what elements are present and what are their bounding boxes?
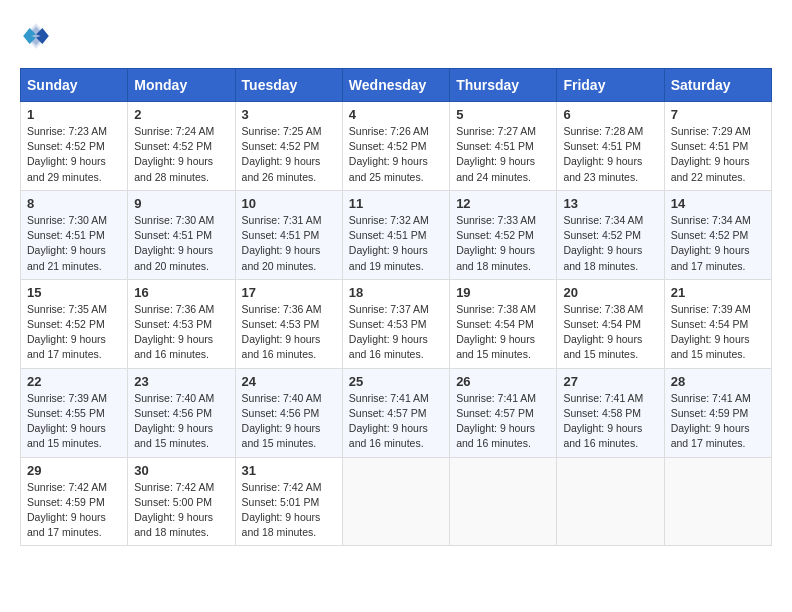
header [20,20,772,52]
day-info: Sunrise: 7:27 AMSunset: 4:51 PMDaylight:… [456,125,536,183]
calendar-cell: 3 Sunrise: 7:25 AMSunset: 4:52 PMDayligh… [235,102,342,191]
day-number: 1 [27,107,121,122]
day-number: 10 [242,196,336,211]
weekday-header-saturday: Saturday [664,69,771,102]
day-number: 30 [134,463,228,478]
calendar-cell: 9 Sunrise: 7:30 AMSunset: 4:51 PMDayligh… [128,190,235,279]
day-number: 8 [27,196,121,211]
day-number: 11 [349,196,443,211]
calendar-cell: 25 Sunrise: 7:41 AMSunset: 4:57 PMDaylig… [342,368,449,457]
calendar-cell: 22 Sunrise: 7:39 AMSunset: 4:55 PMDaylig… [21,368,128,457]
weekday-header-thursday: Thursday [450,69,557,102]
week-row-1: 1 Sunrise: 7:23 AMSunset: 4:52 PMDayligh… [21,102,772,191]
day-info: Sunrise: 7:41 AMSunset: 4:57 PMDaylight:… [456,392,536,450]
day-info: Sunrise: 7:37 AMSunset: 4:53 PMDaylight:… [349,303,429,361]
day-info: Sunrise: 7:36 AMSunset: 4:53 PMDaylight:… [242,303,322,361]
day-number: 15 [27,285,121,300]
calendar-cell: 10 Sunrise: 7:31 AMSunset: 4:51 PMDaylig… [235,190,342,279]
day-info: Sunrise: 7:42 AMSunset: 5:01 PMDaylight:… [242,481,322,539]
weekday-header-wednesday: Wednesday [342,69,449,102]
day-info: Sunrise: 7:39 AMSunset: 4:55 PMDaylight:… [27,392,107,450]
day-number: 14 [671,196,765,211]
calendar-cell: 23 Sunrise: 7:40 AMSunset: 4:56 PMDaylig… [128,368,235,457]
day-number: 21 [671,285,765,300]
calendar-cell: 24 Sunrise: 7:40 AMSunset: 4:56 PMDaylig… [235,368,342,457]
day-number: 26 [456,374,550,389]
day-info: Sunrise: 7:25 AMSunset: 4:52 PMDaylight:… [242,125,322,183]
day-number: 24 [242,374,336,389]
calendar-cell [342,457,449,546]
day-number: 3 [242,107,336,122]
day-info: Sunrise: 7:40 AMSunset: 4:56 PMDaylight:… [134,392,214,450]
day-number: 27 [563,374,657,389]
calendar-cell: 28 Sunrise: 7:41 AMSunset: 4:59 PMDaylig… [664,368,771,457]
day-number: 18 [349,285,443,300]
calendar-cell: 27 Sunrise: 7:41 AMSunset: 4:58 PMDaylig… [557,368,664,457]
day-info: Sunrise: 7:38 AMSunset: 4:54 PMDaylight:… [456,303,536,361]
calendar-cell: 19 Sunrise: 7:38 AMSunset: 4:54 PMDaylig… [450,279,557,368]
day-number: 5 [456,107,550,122]
day-number: 4 [349,107,443,122]
calendar-cell: 20 Sunrise: 7:38 AMSunset: 4:54 PMDaylig… [557,279,664,368]
calendar-cell: 18 Sunrise: 7:37 AMSunset: 4:53 PMDaylig… [342,279,449,368]
logo [20,20,56,52]
calendar-cell: 30 Sunrise: 7:42 AMSunset: 5:00 PMDaylig… [128,457,235,546]
day-number: 17 [242,285,336,300]
day-info: Sunrise: 7:38 AMSunset: 4:54 PMDaylight:… [563,303,643,361]
day-info: Sunrise: 7:42 AMSunset: 4:59 PMDaylight:… [27,481,107,539]
calendar-cell: 26 Sunrise: 7:41 AMSunset: 4:57 PMDaylig… [450,368,557,457]
calendar-cell: 13 Sunrise: 7:34 AMSunset: 4:52 PMDaylig… [557,190,664,279]
day-info: Sunrise: 7:32 AMSunset: 4:51 PMDaylight:… [349,214,429,272]
day-number: 22 [27,374,121,389]
calendar-cell [450,457,557,546]
weekday-header-row: SundayMondayTuesdayWednesdayThursdayFrid… [21,69,772,102]
day-number: 9 [134,196,228,211]
day-number: 23 [134,374,228,389]
day-info: Sunrise: 7:23 AMSunset: 4:52 PMDaylight:… [27,125,107,183]
calendar-cell: 6 Sunrise: 7:28 AMSunset: 4:51 PMDayligh… [557,102,664,191]
calendar-cell: 11 Sunrise: 7:32 AMSunset: 4:51 PMDaylig… [342,190,449,279]
calendar-cell: 2 Sunrise: 7:24 AMSunset: 4:52 PMDayligh… [128,102,235,191]
day-number: 19 [456,285,550,300]
calendar-cell: 7 Sunrise: 7:29 AMSunset: 4:51 PMDayligh… [664,102,771,191]
logo-icon [20,20,52,52]
calendar-cell: 17 Sunrise: 7:36 AMSunset: 4:53 PMDaylig… [235,279,342,368]
day-info: Sunrise: 7:34 AMSunset: 4:52 PMDaylight:… [671,214,751,272]
day-info: Sunrise: 7:41 AMSunset: 4:59 PMDaylight:… [671,392,751,450]
day-number: 29 [27,463,121,478]
week-row-4: 22 Sunrise: 7:39 AMSunset: 4:55 PMDaylig… [21,368,772,457]
day-info: Sunrise: 7:41 AMSunset: 4:58 PMDaylight:… [563,392,643,450]
calendar-cell [664,457,771,546]
calendar-cell: 5 Sunrise: 7:27 AMSunset: 4:51 PMDayligh… [450,102,557,191]
day-info: Sunrise: 7:24 AMSunset: 4:52 PMDaylight:… [134,125,214,183]
day-number: 7 [671,107,765,122]
day-info: Sunrise: 7:41 AMSunset: 4:57 PMDaylight:… [349,392,429,450]
day-info: Sunrise: 7:40 AMSunset: 4:56 PMDaylight:… [242,392,322,450]
day-info: Sunrise: 7:36 AMSunset: 4:53 PMDaylight:… [134,303,214,361]
day-info: Sunrise: 7:31 AMSunset: 4:51 PMDaylight:… [242,214,322,272]
calendar-cell: 29 Sunrise: 7:42 AMSunset: 4:59 PMDaylig… [21,457,128,546]
week-row-5: 29 Sunrise: 7:42 AMSunset: 4:59 PMDaylig… [21,457,772,546]
day-info: Sunrise: 7:28 AMSunset: 4:51 PMDaylight:… [563,125,643,183]
day-info: Sunrise: 7:34 AMSunset: 4:52 PMDaylight:… [563,214,643,272]
week-row-3: 15 Sunrise: 7:35 AMSunset: 4:52 PMDaylig… [21,279,772,368]
day-info: Sunrise: 7:42 AMSunset: 5:00 PMDaylight:… [134,481,214,539]
week-row-2: 8 Sunrise: 7:30 AMSunset: 4:51 PMDayligh… [21,190,772,279]
day-number: 2 [134,107,228,122]
calendar-cell: 31 Sunrise: 7:42 AMSunset: 5:01 PMDaylig… [235,457,342,546]
weekday-header-monday: Monday [128,69,235,102]
calendar-cell: 12 Sunrise: 7:33 AMSunset: 4:52 PMDaylig… [450,190,557,279]
calendar-cell: 4 Sunrise: 7:26 AMSunset: 4:52 PMDayligh… [342,102,449,191]
day-number: 25 [349,374,443,389]
day-number: 20 [563,285,657,300]
calendar-cell: 15 Sunrise: 7:35 AMSunset: 4:52 PMDaylig… [21,279,128,368]
day-info: Sunrise: 7:26 AMSunset: 4:52 PMDaylight:… [349,125,429,183]
day-info: Sunrise: 7:30 AMSunset: 4:51 PMDaylight:… [134,214,214,272]
day-info: Sunrise: 7:35 AMSunset: 4:52 PMDaylight:… [27,303,107,361]
day-info: Sunrise: 7:30 AMSunset: 4:51 PMDaylight:… [27,214,107,272]
day-number: 28 [671,374,765,389]
day-number: 16 [134,285,228,300]
weekday-header-tuesday: Tuesday [235,69,342,102]
weekday-header-friday: Friday [557,69,664,102]
weekday-header-sunday: Sunday [21,69,128,102]
